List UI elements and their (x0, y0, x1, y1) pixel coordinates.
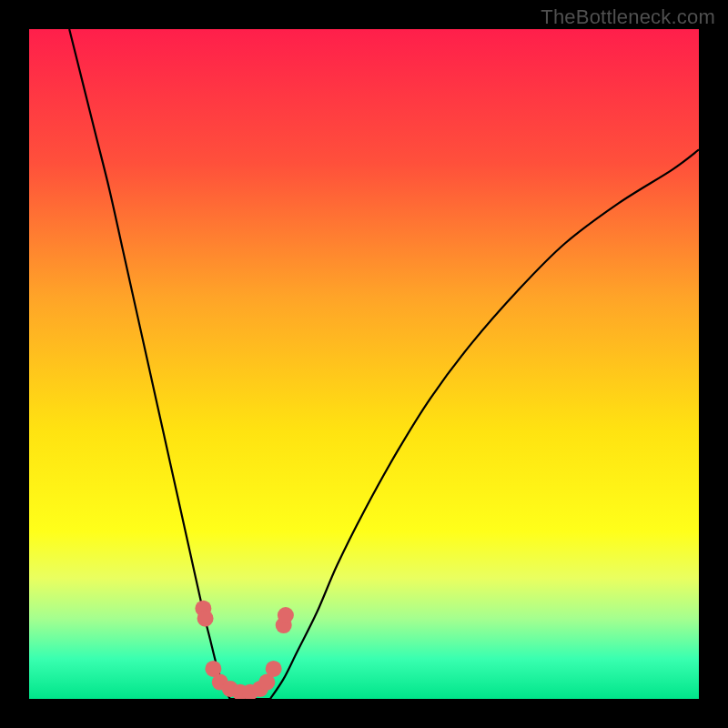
plot-area (29, 29, 699, 699)
marker-dot (197, 611, 214, 627)
watermark-text: TheBottleneck.com (541, 5, 715, 29)
marker-dot (278, 607, 294, 623)
curves-layer (29, 29, 699, 699)
chart-frame: TheBottleneck.com (0, 0, 728, 728)
left-curve (69, 29, 230, 699)
highlight-dots (195, 601, 294, 699)
marker-dot (266, 661, 282, 677)
right-curve (270, 149, 699, 699)
